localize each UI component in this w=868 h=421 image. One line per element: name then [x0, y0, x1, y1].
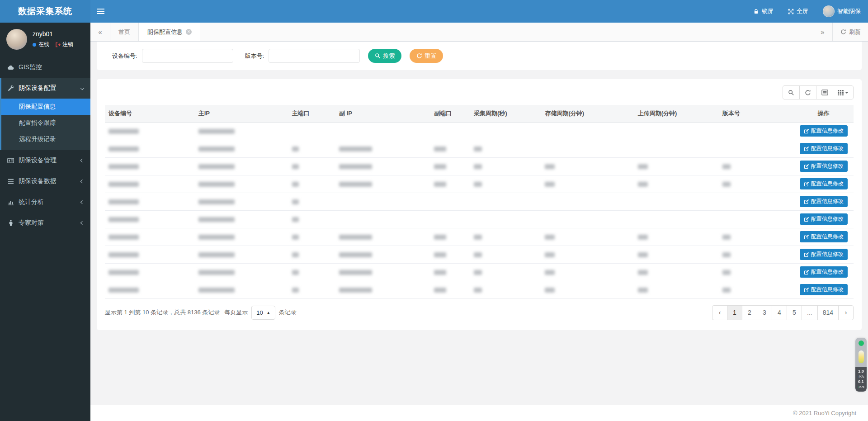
redacted-value: [198, 129, 235, 134]
table-row: 配置信息修改: [105, 228, 854, 246]
edit-config-button[interactable]: 配置信息修改: [800, 231, 848, 242]
tab-config-info[interactable]: 阴保配置信息 ✕: [139, 23, 200, 41]
page-814[interactable]: 814: [817, 305, 839, 320]
fullscreen-button[interactable]: 全屏: [781, 0, 816, 23]
user-avatar: [6, 29, 27, 50]
sidebar-item-device-config[interactable]: 阴保设备配置: [1, 78, 90, 99]
edit-config-button[interactable]: 配置信息修改: [800, 178, 848, 189]
edit-config-button[interactable]: 配置信息修改: [800, 161, 848, 172]
toolbar-refresh-button[interactable]: [799, 85, 816, 99]
table-row: 配置信息修改: [105, 210, 854, 228]
table-cell: [719, 157, 794, 175]
lock-screen-button[interactable]: 锁屏: [746, 0, 781, 23]
edit-config-button[interactable]: 配置信息修改: [800, 125, 848, 137]
config-table: 设备编号 主IP 主端口 副 IP 副端口 采集周期(秒) 存储周期(分钟) 上…: [105, 105, 854, 299]
upload-speed-unit: ↑K/s: [858, 374, 864, 378]
page-5[interactable]: 5: [787, 305, 802, 320]
reset-button[interactable]: 重置: [410, 49, 443, 63]
sidebar-item-config-info[interactable]: 阴保配置信息: [1, 99, 90, 115]
edit-config-button[interactable]: 配置信息修改: [800, 266, 848, 278]
tab-refresh-button[interactable]: 刷新: [833, 23, 868, 41]
table-cell: [541, 281, 634, 298]
page-size-select[interactable]: 10 ▲: [251, 306, 275, 320]
version-input[interactable]: [269, 49, 360, 63]
table-cell: [541, 157, 634, 175]
table-cell-actions: 配置信息修改: [793, 157, 854, 175]
table-cell: [288, 157, 335, 175]
page-3[interactable]: 3: [757, 305, 772, 320]
sidebar-item-device-manage[interactable]: 阴保设备管理: [0, 150, 90, 171]
close-icon[interactable]: ✕: [186, 29, 192, 35]
table-cell: [288, 193, 335, 210]
table-cell: [470, 263, 541, 281]
tab-home[interactable]: 首页: [110, 23, 139, 41]
redacted-value: [292, 182, 299, 187]
pager: ‹ 1 2 3 4 5 ... 814 ›: [712, 305, 854, 320]
sidebar-item-config-command-trace[interactable]: 配置指令跟踪: [1, 115, 90, 131]
page-4[interactable]: 4: [772, 305, 787, 320]
search-icon: [375, 53, 381, 59]
redacted-value: [474, 147, 482, 151]
redacted-value: [638, 182, 648, 187]
table-cell: [430, 122, 470, 140]
sidebar-toggle-button[interactable]: [90, 0, 111, 23]
edit-config-button[interactable]: 配置信息修改: [800, 213, 848, 225]
sidebar-item-expert-strategy[interactable]: 专家对策: [0, 213, 90, 233]
table-cell: [634, 122, 719, 140]
search-panel: 设备编号: 版本号: 搜索 重置: [97, 42, 862, 70]
table-row: 配置信息修改: [105, 122, 854, 140]
user-menu[interactable]: 智能阴保: [816, 0, 868, 23]
logout-button[interactable]: 注销: [55, 41, 73, 48]
edit-icon: [804, 181, 809, 187]
online-status-label: 在线: [38, 41, 49, 48]
redacted-value: [198, 182, 235, 187]
table-header-row: 设备编号 主IP 主端口 副 IP 副端口 采集周期(秒) 存储周期(分钟) 上…: [105, 105, 854, 122]
sidebar-item-statistics[interactable]: 统计分析: [0, 192, 90, 213]
edit-icon: [804, 164, 809, 169]
tab-bar: « 首页 阴保配置信息 ✕ » 刷新: [90, 23, 868, 42]
redacted-value: [638, 164, 648, 169]
redacted-value: [198, 288, 235, 293]
edit-icon: [804, 287, 809, 293]
page-prev[interactable]: ‹: [712, 305, 727, 320]
download-speed-unit: ↓K/s: [858, 385, 864, 389]
table-cell: [634, 140, 719, 157]
edit-config-button[interactable]: 配置信息修改: [800, 284, 848, 295]
pagination-info: 显示第 1 到第 10 条记录，总共 8136 条记录: [105, 308, 220, 317]
table-cell: [335, 281, 430, 298]
table-cell: [634, 228, 719, 246]
submenu-device-config: 阴保配置信息 配置指令跟踪 远程升级记录: [1, 99, 90, 150]
tabs-scroll-right-button[interactable]: »: [813, 23, 833, 41]
refresh-icon: [840, 29, 846, 35]
edit-config-button[interactable]: 配置信息修改: [800, 249, 848, 260]
sidebar-item-device-data[interactable]: 阴保设备数据: [0, 171, 90, 192]
table-cell: [288, 281, 335, 298]
table-cell-actions: 配置信息修改: [793, 122, 854, 140]
table-cell: [541, 140, 634, 157]
sidebar-item-gis-monitor[interactable]: GIS监控: [0, 57, 90, 78]
toolbar-card-view-button[interactable]: [816, 85, 833, 99]
toolbar-search-button[interactable]: [783, 85, 800, 99]
table-cell: [105, 157, 195, 175]
sidebar-user-panel: znyb01 在线 注销: [0, 23, 90, 57]
redacted-value: [108, 147, 139, 151]
col-main-port: 主端口: [288, 105, 335, 122]
edit-config-button[interactable]: 配置信息修改: [800, 196, 848, 207]
page-1[interactable]: 1: [727, 305, 742, 320]
page-2[interactable]: 2: [742, 305, 757, 320]
edit-icon: [804, 252, 809, 257]
sidebar-item-remote-upgrade-log[interactable]: 远程升级记录: [1, 131, 90, 147]
edit-icon: [804, 270, 809, 275]
user-name: znyb01: [33, 30, 73, 38]
tabs-scroll-left-button[interactable]: «: [90, 23, 110, 41]
table-cell-actions: 配置信息修改: [793, 140, 854, 157]
footer: © 2021 RuoYi Copyright: [90, 405, 868, 421]
search-button[interactable]: 搜索: [368, 49, 401, 63]
redacted-value: [434, 164, 446, 169]
page-next[interactable]: ›: [838, 305, 854, 320]
redacted-value: [108, 270, 139, 275]
edit-config-button[interactable]: 配置信息修改: [800, 143, 848, 154]
toolbar-columns-button[interactable]: [833, 85, 854, 99]
device-no-input[interactable]: [142, 49, 233, 63]
col-backup-port: 副端口: [430, 105, 470, 122]
